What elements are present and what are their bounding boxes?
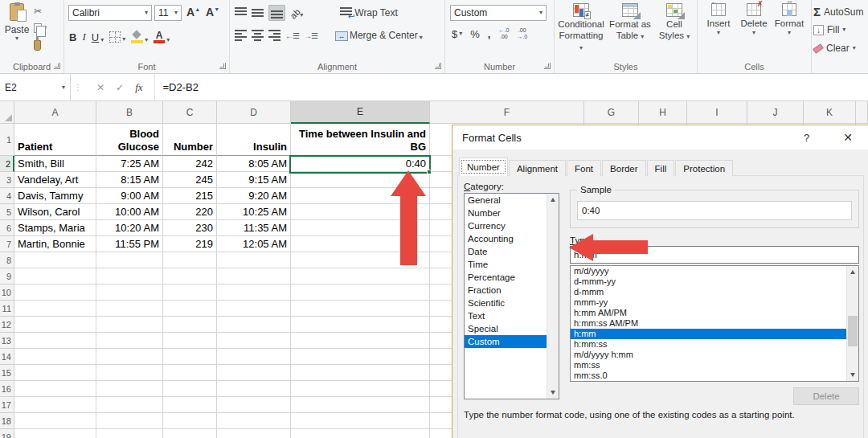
decrease-font-size-button[interactable]: A▼ [206,6,219,18]
cell-B5[interactable]: 10:00 AM [96,204,163,220]
cell-C6[interactable]: 230 [163,220,217,236]
clipboard-dialog-launcher-icon[interactable] [54,63,60,69]
cell-D8[interactable] [217,252,291,268]
column-header-I[interactable]: I [687,101,747,124]
cell-B19[interactable] [96,429,163,438]
cell-C9[interactable] [163,268,217,284]
cell-A16[interactable] [14,381,96,397]
column-header-J[interactable]: J [747,101,804,124]
insert-cells-button[interactable]: Insert ▾ [702,3,735,36]
cell-A7[interactable]: Martin, Bonnie [14,236,96,252]
row-header-4[interactable]: 4 [0,188,14,204]
cell-B12[interactable] [96,317,163,333]
cell-D7[interactable]: 12:05 AM [217,236,291,252]
cell-D12[interactable] [217,317,291,333]
cell-A17[interactable] [14,397,96,413]
row-header-17[interactable]: 17 [0,397,14,413]
cell-A19[interactable] [14,429,96,438]
percent-style-button[interactable]: % [470,28,480,40]
insert-function-icon[interactable]: fx [135,81,142,94]
cell-D14[interactable] [217,349,291,365]
number-format-select[interactable]: Custom ▾ [450,5,547,21]
row-header-11[interactable]: 11 [0,301,14,317]
cell-B6[interactable]: 10:20 AM [96,220,163,236]
row-header-16[interactable]: 16 [0,381,14,397]
cell-A14[interactable] [14,349,96,365]
column-header-D[interactable]: D [217,101,291,124]
scrollbar-thumb[interactable] [848,316,858,346]
cell-D17[interactable] [217,397,291,413]
cell-E10[interactable] [291,284,430,301]
select-all-corner[interactable] [0,101,14,124]
cell-A1[interactable]: Patient [14,124,96,156]
category-item-currency[interactable]: Currency [465,219,559,232]
copy-button[interactable]: ▾ [34,21,61,35]
cell-B13[interactable] [96,333,163,349]
cell-E1[interactable]: Time between Insulin and BG [291,124,430,156]
category-item-scientific[interactable]: Scientific [465,297,559,309]
cell-A12[interactable] [14,317,96,333]
format-as-table-button[interactable]: Format as Table ▾ [608,3,653,42]
row-header-8[interactable]: 8 [0,252,14,268]
close-icon[interactable]: ✕ [843,131,853,144]
cell-E9[interactable] [291,268,430,284]
number-dialog-launcher-icon[interactable] [544,63,551,69]
cell-D2[interactable]: 8:05 AM [217,156,291,172]
cell-C12[interactable] [163,317,217,333]
row-header-18[interactable]: 18 [0,413,14,429]
cell-E19[interactable] [291,429,430,438]
cell-E12[interactable] [291,317,430,333]
cell-C17[interactable] [163,397,217,413]
cell-D15[interactable] [217,365,291,381]
font-dialog-launcher-icon[interactable] [219,63,226,69]
row-header-19[interactable]: 19 [0,429,14,438]
cell-C4[interactable]: 215 [163,188,217,204]
formula-input[interactable]: =D2-B2 [155,74,199,100]
row-header-3[interactable]: 3 [0,172,14,188]
align-left-button[interactable] [235,30,247,41]
cell-C16[interactable] [163,381,217,397]
row-header-10[interactable]: 10 [0,284,14,301]
category-item-special[interactable]: Special [465,322,559,335]
cell-D1[interactable]: Insulin [217,124,291,156]
cell-B14[interactable] [96,349,163,365]
cell-E13[interactable] [291,333,430,349]
comma-style-button[interactable]: , [488,28,491,40]
cell-C7[interactable]: 219 [163,236,217,252]
cell-D11[interactable] [217,301,291,317]
cell-E14[interactable] [291,349,430,365]
column-header-H[interactable]: H [639,101,687,124]
enter-icon[interactable]: ✓ [116,82,124,93]
cell-C5[interactable]: 220 [163,204,217,220]
cell-C11[interactable] [163,301,217,317]
cell-C3[interactable]: 245 [163,172,217,188]
cancel-icon[interactable]: ✕ [96,82,104,93]
cell-B10[interactable] [96,284,163,301]
paste-button[interactable]: Paste ▾ [2,3,32,55]
increase-decimal-button[interactable]: ←.0.00 [498,27,509,41]
type-option[interactable]: d-mmm-yy [571,276,858,287]
cell-D9[interactable] [217,268,291,284]
cell-B8[interactable] [96,252,163,268]
cut-button[interactable]: ✂ [34,4,61,18]
column-header-F[interactable]: F [430,101,584,124]
category-item-percentage[interactable]: Percentage [465,271,559,284]
cell-D10[interactable] [217,284,291,301]
cell-D6[interactable]: 11:35 AM [217,220,291,236]
delete-format-button[interactable]: Delete [793,387,859,405]
font-size-select[interactable]: 11 ▾ [154,5,182,21]
fill-color-button[interactable]: ▾ [131,31,148,43]
format-painter-button[interactable] [34,38,61,52]
align-right-button[interactable] [268,30,280,41]
help-icon[interactable]: ? [804,132,809,144]
cell-D3[interactable]: 9:15 AM [217,172,291,188]
alignment-dialog-launcher-icon[interactable] [435,63,441,69]
row-header-12[interactable]: 12 [0,317,14,333]
type-option[interactable]: mm:ss [571,360,858,370]
category-item-general[interactable]: General [465,194,559,207]
borders-button[interactable]: ▾ [109,31,125,43]
cell-A10[interactable] [14,284,96,301]
type-option[interactable]: d-mmm [571,287,858,297]
tab-protection[interactable]: Protection [675,160,733,176]
align-center-button[interactable] [252,30,264,41]
